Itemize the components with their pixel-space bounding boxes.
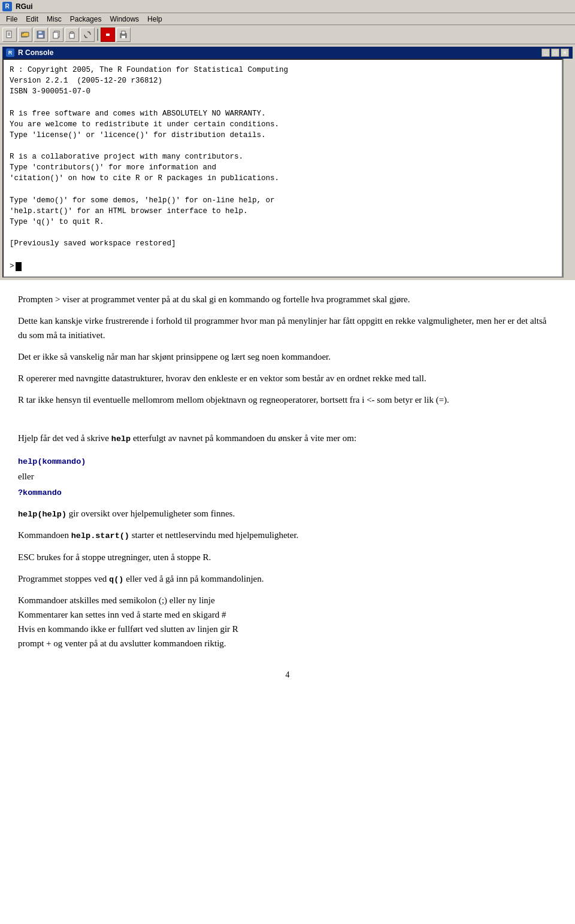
console-line-11: 'citation()' on how to cite R or R packa… [10, 173, 556, 184]
console-line-2: Version 2.2.1 (2005-12-20 r36812) [10, 75, 556, 86]
svg-rect-6 [38, 31, 42, 34]
svg-rect-15 [122, 31, 125, 34]
console-line-9: R is a collaborative project with many c… [10, 151, 556, 162]
menu-windows[interactable]: Windows [106, 14, 143, 23]
console-line-18 [10, 249, 556, 260]
minimize-button[interactable]: _ [541, 48, 550, 57]
svg-rect-11 [71, 32, 73, 34]
help-command-block: help(kommando) eller ?kommando [18, 454, 557, 500]
menu-misc[interactable]: Misc [43, 14, 65, 23]
svg-rect-9 [53, 32, 58, 38]
save-button[interactable] [34, 28, 48, 42]
console-line-15: Type 'q()' to quit R. [10, 217, 556, 227]
menu-help[interactable]: Help [144, 14, 166, 23]
rconsole-title: R Console [18, 48, 53, 57]
close-button[interactable]: × [561, 48, 569, 57]
console-line-13: Type 'demo()' for some demos, 'help()' f… [10, 195, 556, 206]
help-block: Hjelp får det ved å skrive help etterful… [18, 431, 557, 500]
help-command-2: ?kommando [18, 488, 62, 497]
svg-rect-7 [38, 35, 43, 38]
print-button[interactable] [116, 28, 131, 42]
para-nothard: Det er ikke så vanskelig når man har skj… [18, 349, 557, 364]
paste-button[interactable] [65, 28, 79, 42]
console-content[interactable]: R : Copyright 2005, The R Foundation for… [2, 59, 563, 278]
svg-rect-16 [122, 36, 125, 38]
para-semikolon: Kommandoer atskilles med semikolon (;) e… [18, 593, 557, 651]
para-q: Programmet stoppes ved q() eller ved å g… [18, 572, 557, 586]
para-helpstart: Kommandoen help.start() starter et nettl… [18, 528, 557, 543]
toolbar-separator [97, 29, 98, 41]
console-area: R : Copyright 2005, The R Foundation for… [2, 59, 573, 278]
console-line-4 [10, 97, 556, 108]
rconsole-wrapper: R R Console _ □ × R : Copyright 2005, Th… [0, 44, 575, 280]
help-keyword: help [111, 434, 131, 443]
rconsole-titlebar: R R Console _ □ × [2, 47, 573, 59]
console-prompt[interactable]: > [10, 261, 556, 272]
refresh-button[interactable] [80, 28, 95, 42]
toolbar [0, 25, 575, 44]
para-helphelp: help(help) gir oversikt over hjelpemulig… [18, 506, 557, 521]
console-line-5: R is free software and comes with ABSOLU… [10, 108, 556, 119]
app-icon: R [2, 2, 12, 11]
help-intro-line: Hjelp får det ved å skrive help etterful… [18, 431, 557, 446]
open-button[interactable] [18, 28, 32, 42]
helphelp-cmd: help(help) [18, 510, 66, 519]
console-line-3: ISBN 3-900051-07-0 [10, 86, 556, 97]
main-content: Prompten > viser at programmet venter på… [0, 280, 575, 700]
rconsole-icon: R [6, 48, 14, 57]
para-frustrating: Dette kan kanskje virke frustrerende i f… [18, 314, 557, 342]
page-number: 4 [18, 668, 557, 682]
maximize-button[interactable]: □ [551, 48, 559, 57]
rconsole-title-left: R R Console [6, 48, 53, 57]
console-line-10: Type 'contributors()' for more informati… [10, 162, 556, 173]
console-line-12 [10, 184, 556, 194]
console-line-1: R : Copyright 2005, The R Foundation for… [10, 65, 556, 75]
cursor [16, 262, 22, 271]
stop-button[interactable] [101, 28, 115, 42]
app-title: RGui [16, 2, 33, 11]
console-line-8 [10, 141, 556, 151]
help-command-1: help(kommando) [18, 457, 86, 466]
helpstart-cmd: help.start() [71, 531, 129, 540]
para-mellomrom: R tar ikke hensyn til eventuelle mellomr… [18, 393, 557, 407]
help-eller: eller [18, 472, 34, 481]
console-line-16 [10, 227, 556, 238]
prompt-symbol: > [10, 261, 14, 272]
menu-packages[interactable]: Packages [66, 14, 105, 23]
para-datastrukturer: R opererer med navngitte datastrukturer,… [18, 371, 557, 385]
para-esc: ESC brukes for å stoppe utregninger, ute… [18, 550, 557, 564]
para-prompt: Prompten > viser at programmet venter på… [18, 292, 557, 306]
rconsole-controls: _ □ × [541, 48, 569, 57]
menu-edit[interactable]: Edit [22, 14, 42, 23]
svg-rect-13 [106, 34, 110, 36]
menu-file[interactable]: File [2, 14, 21, 23]
console-scrollbar[interactable] [563, 59, 573, 278]
q-cmd: q() [109, 575, 123, 584]
menu-bar: File Edit Misc Packages Windows Help [0, 13, 575, 25]
console-line-6: You are welcome to redistribute it under… [10, 119, 556, 130]
console-line-14: 'help.start()' for an HTML browser inter… [10, 206, 556, 217]
console-line-7: Type 'license()' or 'licence()' for dist… [10, 130, 556, 141]
console-line-17: [Previously saved workspace restored] [10, 238, 556, 249]
title-bar: R RGui [0, 0, 575, 13]
new-button[interactable] [2, 28, 17, 42]
console-main[interactable]: R : Copyright 2005, The R Foundation for… [2, 59, 563, 278]
copy-file-button[interactable] [49, 28, 63, 42]
